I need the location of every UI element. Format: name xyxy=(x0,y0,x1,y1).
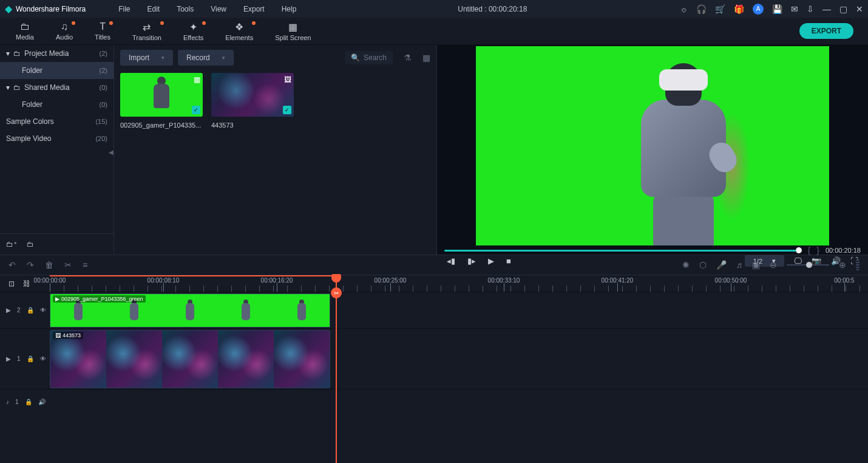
maximize-icon[interactable]: ▢ xyxy=(839,4,847,14)
music-icon: ♫ xyxy=(61,21,68,32)
title-right-icons: ☼ 🎧 🛒 🎁 A 💾 ✉ ⇩ — ▢ ✕ xyxy=(680,4,863,15)
render-icon[interactable]: ✺ xyxy=(682,260,690,270)
stop-button[interactable]: ■ xyxy=(506,256,511,266)
sidebar-item-shared-media[interactable]: ▾🗀Shared Media (0) xyxy=(0,79,114,96)
menu-edit[interactable]: Edit xyxy=(139,5,169,13)
splitscreen-icon: ▦ xyxy=(288,21,297,33)
adjust-icon[interactable]: ≡ xyxy=(83,260,87,270)
theme-icon[interactable]: ☼ xyxy=(680,4,688,14)
media-thumb-2[interactable]: 🖼 ✓ 443573 xyxy=(211,73,294,129)
gift-icon[interactable]: 🎁 xyxy=(734,4,744,14)
voiceover-icon[interactable]: 🎤 xyxy=(716,260,727,270)
menu-export[interactable]: Export xyxy=(235,5,273,13)
tab-effects[interactable]: ✦Effects xyxy=(172,21,214,41)
text-icon: T xyxy=(100,21,106,32)
cart-icon[interactable]: 🛒 xyxy=(715,4,725,14)
fit-icon[interactable]: ⊡ xyxy=(8,280,15,288)
link-icon[interactable]: ⛓ xyxy=(23,280,30,288)
clip-image-city[interactable]: 🖼443573 xyxy=(50,330,330,388)
preview-canvas[interactable] xyxy=(438,46,867,245)
account-badge-icon[interactable]: A xyxy=(753,4,764,15)
folder-icon: 🗀 xyxy=(20,21,30,32)
menu-file[interactable]: File xyxy=(110,5,138,13)
main-toolbar: 🗀Media ♫Audio TTitles ⇄Transition ✦Effec… xyxy=(0,18,868,45)
play-button[interactable]: ▶ xyxy=(488,256,494,266)
mark-in-icon[interactable]: { xyxy=(808,245,811,255)
tab-transition[interactable]: ⇄Transition xyxy=(121,21,172,41)
playhead-line xyxy=(336,283,337,463)
tab-audio[interactable]: ♫Audio xyxy=(45,21,84,41)
headset-icon[interactable]: 🎧 xyxy=(696,4,707,14)
filter-icon[interactable]: ⚗ xyxy=(404,53,412,63)
timeline-zoom-slider[interactable] xyxy=(787,264,829,266)
chevron-down-icon: ▾ xyxy=(6,83,10,92)
lock-icon[interactable]: 🔒 xyxy=(27,355,34,362)
grid-view-icon[interactable]: ▦ xyxy=(422,53,430,63)
app-brand: Wondershare Filmora xyxy=(16,5,86,13)
menu-tools[interactable]: Tools xyxy=(168,5,202,13)
split-scissors-icon[interactable]: ✂ xyxy=(331,287,342,298)
sidebar-footer: 🗀⁺ 🗀 xyxy=(0,233,114,255)
cut-icon[interactable]: ✂ xyxy=(64,260,72,270)
tab-elements[interactable]: ❖Elements xyxy=(214,21,264,41)
app-logo-icon: ◆ xyxy=(5,3,12,15)
visibility-icon[interactable]: 👁 xyxy=(40,355,46,362)
redo-icon[interactable]: ↷ xyxy=(27,260,34,270)
visibility-icon[interactable]: 👁 xyxy=(40,307,46,314)
playhead[interactable] xyxy=(331,274,341,283)
sidebar-item-folder-active[interactable]: Folder (2) xyxy=(0,62,114,79)
undo-icon[interactable]: ↶ xyxy=(8,260,16,270)
track-video-2: ▶2 🔒 👁 ▶002905_gamer_P1043356_green xyxy=(0,292,868,328)
media-panel: Import▾ Record▾ 🔍Search ⚗ ▦ ▦ ✓ 002905_g… xyxy=(114,45,437,255)
sidebar-collapse-icon[interactable]: ◀ xyxy=(109,149,114,156)
import-dropdown[interactable]: Import▾ xyxy=(120,50,173,66)
timeline-ruler[interactable]: ⊡ ⛓ 00:00:00:00 00:00:08:10 00:00:16:20 … xyxy=(0,275,868,292)
thumb-caption: 443573 xyxy=(211,122,294,129)
audio-mixer-icon[interactable]: ♬ xyxy=(736,260,743,270)
next-frame-button[interactable]: ▮▸ xyxy=(467,256,476,266)
sidebar-item-sample-colors[interactable]: Sample Colors (15) xyxy=(0,113,114,130)
elements-icon: ❖ xyxy=(235,21,243,33)
tab-media[interactable]: 🗀Media xyxy=(5,21,45,41)
window-title: Untitled : 00:00:20:18 xyxy=(305,5,680,13)
minimize-icon[interactable]: — xyxy=(822,4,831,14)
crop-icon[interactable]: ▣ xyxy=(752,260,760,270)
folder-icon: 🗀 xyxy=(13,49,21,58)
scrub-handle[interactable] xyxy=(796,247,802,253)
folder-outline-icon[interactable]: 🗀 xyxy=(27,240,34,249)
menu-help[interactable]: Help xyxy=(273,5,305,13)
media-thumb-1[interactable]: ▦ ✓ 002905_gamer_P104335... xyxy=(120,73,203,129)
new-folder-icon[interactable]: 🗀⁺ xyxy=(6,240,17,249)
sidebar-item-project-media[interactable]: ▾🗀Project Media (2) xyxy=(0,45,114,62)
lock-icon[interactable]: 🔒 xyxy=(25,399,32,405)
marker-icon[interactable]: ⬡ xyxy=(699,260,707,270)
video-type-icon: ▦ xyxy=(194,75,200,84)
save-icon[interactable]: 💾 xyxy=(772,4,782,14)
mail-icon[interactable]: ✉ xyxy=(791,4,798,14)
export-button[interactable]: EXPORT xyxy=(799,23,853,39)
track-audio-1: ♪1 🔒 🔊 xyxy=(0,389,868,414)
mark-out-icon[interactable]: } xyxy=(816,245,819,255)
track-video-1: ▶1 🔒 👁 🖼443573 xyxy=(0,328,868,389)
menu-view[interactable]: View xyxy=(202,5,235,13)
cloud-icon[interactable]: ⇩ xyxy=(807,4,814,14)
audio-meter-icon[interactable] xyxy=(856,259,860,270)
sidebar-item-folder[interactable]: Folder (0) xyxy=(0,96,114,113)
delete-icon[interactable]: 🗑 xyxy=(45,260,53,270)
zoom-out-icon[interactable]: ⊖ xyxy=(770,260,777,270)
lock-icon[interactable]: 🔒 xyxy=(27,307,34,314)
folder-icon: 🗀 xyxy=(13,83,21,92)
track-type-icon: ♪ xyxy=(6,399,9,405)
close-icon[interactable]: ✕ xyxy=(856,4,863,14)
clip-video-green[interactable]: ▶002905_gamer_P1043356_green xyxy=(50,293,330,328)
tab-titles[interactable]: TTitles xyxy=(84,21,121,41)
tab-splitscreen[interactable]: ▦Split Screen xyxy=(264,21,322,41)
preview-scrubber[interactable]: { } 00:00:20:18 xyxy=(438,245,867,255)
record-dropdown[interactable]: Record▾ xyxy=(178,50,234,66)
zoom-in-icon[interactable]: ⊕ xyxy=(839,260,846,270)
mute-icon[interactable]: 🔊 xyxy=(38,399,46,405)
prev-frame-button[interactable]: ◂▮ xyxy=(447,256,455,266)
sidebar-item-sample-video[interactable]: Sample Video (20) xyxy=(0,130,114,147)
search-input[interactable]: 🔍Search xyxy=(345,51,393,64)
media-toolbar: Import▾ Record▾ 🔍Search ⚗ ▦ xyxy=(114,45,436,70)
